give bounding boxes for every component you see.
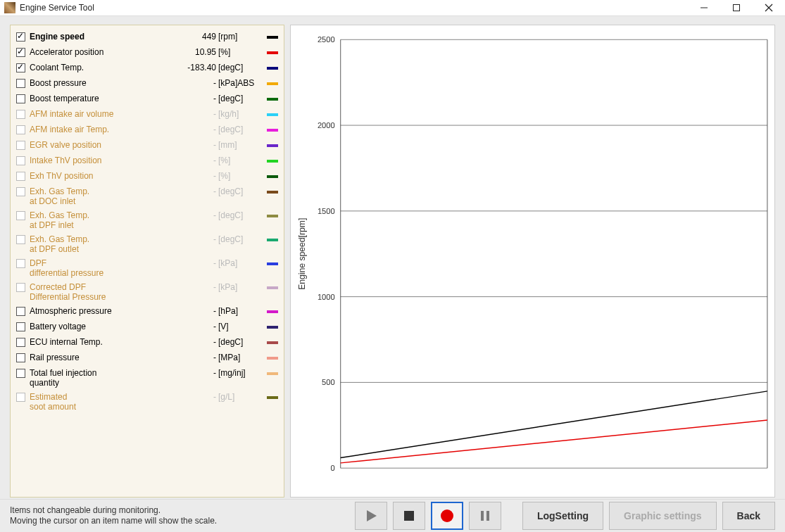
svg-text:1000: 1000: [318, 293, 335, 301]
param-name[interactable]: DPFdifferential pressure: [30, 258, 177, 278]
app-icon: [4, 2, 15, 13]
param-checkbox[interactable]: [16, 338, 25, 347]
param-row: EGR valve position-[mm]: [16, 138, 278, 153]
param-value: -: [177, 337, 216, 347]
param-color-swatch: [267, 129, 278, 132]
svg-text:2500: 2500: [318, 35, 335, 44]
param-color-swatch: [267, 98, 278, 101]
param-name[interactable]: AFM intake air volume: [30, 109, 177, 119]
maximize-button[interactable]: [720, 0, 753, 15]
param-name[interactable]: Engine speed: [30, 32, 177, 42]
close-button[interactable]: [753, 0, 785, 15]
param-unit: [%]: [216, 171, 264, 181]
param-checkbox: [16, 211, 25, 220]
param-row: Intake ThV position-[%]: [16, 153, 278, 169]
param-unit: [g/L]: [216, 392, 264, 402]
param-name[interactable]: Battery voltage: [30, 322, 177, 331]
param-unit: [hPa]: [216, 306, 264, 316]
param-color-swatch: [267, 357, 278, 360]
param-color-swatch: [267, 67, 278, 70]
back-button[interactable]: Back: [722, 502, 775, 530]
hint-text: Items not changeable during monitoring. …: [10, 505, 355, 526]
param-checkbox[interactable]: [16, 322, 25, 331]
param-value: -: [177, 171, 216, 181]
param-unit: [mg/inj]: [216, 368, 264, 378]
param-row: Coolant Temp.-183.40[degC]: [16, 61, 278, 76]
param-name[interactable]: Total fuel injectionquantity: [30, 368, 177, 388]
param-value: -: [177, 186, 216, 196]
svg-text:Engine speed[rpm]: Engine speed[rpm]: [297, 218, 307, 290]
param-color-swatch: [267, 341, 278, 344]
param-row: ECU internal Temp.-[degC]: [16, 335, 278, 350]
param-unit: [%]: [216, 47, 264, 57]
param-value: 10.95: [177, 47, 216, 57]
minimize-icon: [700, 4, 708, 12]
param-color-swatch: [267, 262, 278, 265]
param-unit: [kPa]ABS: [216, 78, 264, 88]
param-color-swatch: [267, 175, 278, 178]
titlebar: Engine Service Tool: [0, 0, 785, 16]
param-color-swatch: [267, 191, 278, 194]
param-row: Exh ThV position-[%]: [16, 169, 278, 184]
play-button[interactable]: [355, 502, 387, 530]
param-row: DPFdifferential pressure-[kPa]: [16, 256, 278, 280]
param-name[interactable]: Coolant Temp.: [30, 63, 177, 72]
param-name[interactable]: AFM intake air Temp.: [30, 125, 177, 134]
param-unit: [mm]: [216, 140, 264, 150]
param-unit: [MPa]: [216, 353, 264, 362]
param-name[interactable]: Rail pressure: [30, 353, 177, 362]
param-name[interactable]: Intake ThV position: [30, 156, 177, 165]
logsetting-button[interactable]: LogSetting: [522, 502, 603, 530]
param-unit: [kPa]: [216, 258, 264, 268]
param-checkbox[interactable]: [16, 353, 25, 362]
record-icon: [439, 508, 455, 524]
param-unit: [rpm]: [216, 32, 264, 42]
param-color-swatch: [267, 326, 278, 329]
graphic-settings-button[interactable]: Graphic settings: [609, 502, 716, 530]
param-unit: [degC]: [216, 63, 264, 72]
stop-button[interactable]: [393, 502, 425, 530]
record-button[interactable]: [431, 502, 463, 530]
param-name[interactable]: Exh ThV position: [30, 171, 177, 181]
param-checkbox[interactable]: [16, 63, 25, 72]
param-row: Boost pressure-[kPa]ABS: [16, 76, 278, 91]
param-color-swatch: [267, 113, 278, 116]
param-row: AFM intake air volume-[kg/h]: [16, 107, 278, 122]
param-name[interactable]: Corrected DPFDifferential Pressure: [30, 282, 177, 302]
param-row: Estimatedsoot amount-[g/L]: [16, 390, 278, 414]
param-name[interactable]: Atmospheric pressure: [30, 306, 177, 316]
param-name[interactable]: Exh. Gas Temp.at DPF inlet: [30, 210, 177, 230]
param-name[interactable]: Exh. Gas Temp.at DPF outlet: [30, 234, 177, 254]
param-checkbox[interactable]: [16, 48, 25, 57]
param-checkbox[interactable]: [16, 79, 25, 88]
param-checkbox[interactable]: [16, 32, 25, 42]
param-color-swatch: [267, 144, 278, 147]
param-checkbox: [16, 187, 25, 196]
pause-button[interactable]: [469, 502, 501, 530]
minimize-button[interactable]: [688, 0, 720, 15]
param-name[interactable]: Boost pressure: [30, 78, 177, 88]
param-checkbox[interactable]: [16, 369, 25, 378]
param-name[interactable]: Boost temperature: [30, 94, 177, 103]
param-value: -: [177, 109, 216, 119]
param-name[interactable]: Exh. Gas Temp.at DOC inlet: [30, 186, 177, 206]
param-unit: [kPa]: [216, 282, 264, 292]
param-name[interactable]: Estimatedsoot amount: [30, 392, 177, 412]
param-row: Rail pressure-[MPa]: [16, 350, 278, 366]
svg-rect-22: [481, 511, 484, 521]
param-row: Exh. Gas Temp.at DPF inlet-[degC]: [16, 208, 278, 232]
param-name[interactable]: Accelerator position: [30, 47, 177, 57]
svg-text:500: 500: [322, 378, 335, 386]
param-checkbox: [16, 235, 25, 244]
param-color-swatch: [267, 82, 278, 85]
param-value: -: [177, 156, 216, 165]
svg-marker-19: [367, 510, 377, 521]
param-row: Engine speed449[rpm]: [16, 30, 278, 45]
param-checkbox: [16, 156, 25, 165]
svg-rect-20: [404, 511, 414, 521]
param-checkbox[interactable]: [16, 307, 25, 316]
param-row: Total fuel injectionquantity-[mg/inj]: [16, 366, 278, 390]
param-name[interactable]: EGR valve position: [30, 140, 177, 150]
param-name[interactable]: ECU internal Temp.: [30, 337, 177, 347]
param-checkbox[interactable]: [16, 94, 25, 103]
